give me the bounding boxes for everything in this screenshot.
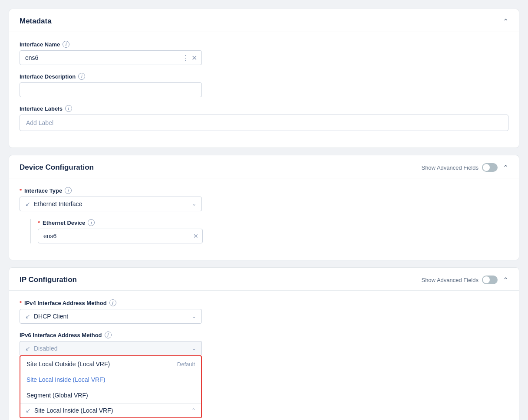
interface-name-input[interactable] [20,51,178,65]
interface-type-group: * Interface Type i ↙ Ethernet Interface … [20,187,508,211]
ipv4-method-select[interactable]: ↙ DHCP Client ⌄ [20,309,202,324]
interface-type-select-left: ↙ Ethernet Interface [25,200,82,207]
metadata-body: Interface Name i ⋮ ✕ Interface Descripti… [9,32,519,148]
ip-config-show-advanced: Show Advanced Fields [421,276,498,284]
ethernet-device-input[interactable] [38,229,203,243]
interface-type-select[interactable]: ↙ Ethernet Interface ⌄ [20,197,202,211]
ipv6-method-dropdown-wrapper: ↙ Disabled ⌄ Site Local Outside (Local V… [20,341,202,418]
ipv6-option-site-local-outside[interactable]: Site Local Outside (Local VRF) Default [20,356,201,372]
ethernet-device-label: * Ethernet Device i [38,219,508,226]
ip-config-body: * IPv4 Interface Address Method i ↙ DHCP… [9,291,519,420]
ip-config-title: IP Configuration [20,276,77,284]
metadata-title: Metadata [20,17,52,26]
device-config-header-right: Show Advanced Fields ⌃ [421,163,508,172]
ip-config-advanced-toggle[interactable] [482,276,498,284]
ipv4-method-select-icon: ↙ [25,313,30,320]
ipv6-disabled-value: Disabled [34,345,57,352]
ipv4-method-select-left: ↙ DHCP Client [25,313,68,320]
ipv6-selected-value: Site Local Inside (Local VRF) [34,407,113,414]
ipv6-method-group: IPv6 Interface Address Method i ↙ Disabl… [20,331,508,418]
metadata-collapse-icon[interactable]: ⌃ [503,17,508,26]
interface-name-edit-icon[interactable]: ⋮ [182,54,189,62]
interface-description-info-icon[interactable]: i [78,73,85,80]
ipv4-method-value: DHCP Client [34,313,68,320]
interface-labels-label: Interface Labels i [20,105,508,112]
ipv4-method-chevron-icon: ⌄ [192,313,196,319]
interface-name-input-icons: ⋮ ✕ [178,54,201,62]
device-config-card: Device Configuration Show Advanced Field… [9,155,519,260]
interface-type-select-icon: ↙ [25,200,30,207]
interface-description-input[interactable] [20,82,202,97]
interface-type-label: * Interface Type i [20,187,508,194]
interface-type-chevron-icon: ⌄ [192,201,196,207]
interface-type-info-icon[interactable]: i [65,187,72,194]
interface-labels-group: Interface Labels i Add Label [20,105,508,131]
device-config-header-left: Device Configuration [20,163,94,172]
device-config-show-advanced-label: Show Advanced Fields [421,164,478,171]
interface-description-group: Interface Description i [20,73,508,97]
interface-name-clear-icon[interactable]: ✕ [191,54,197,62]
metadata-header-right: ⌃ [503,17,508,26]
device-config-body: * Interface Type i ↙ Ethernet Interface … [9,178,519,260]
metadata-header-left: Metadata [20,17,52,26]
device-config-show-advanced: Show Advanced Fields [421,163,498,172]
ethernet-device-group: * Ethernet Device i ✕ [38,219,508,243]
interface-name-input-wrapper: ⋮ ✕ [20,50,202,65]
device-config-header: Device Configuration Show Advanced Field… [9,155,519,178]
interface-labels-info-icon[interactable]: i [65,105,72,112]
ipv6-selected-display[interactable]: ↙ Site Local Inside (Local VRF) ⌃ [20,403,201,417]
metadata-header: Metadata ⌃ [9,9,519,32]
ipv6-disabled-chevron: ⌄ [192,345,196,351]
ethernet-device-clear-icon[interactable]: ✕ [193,233,198,240]
interface-name-label: Interface Name i [20,41,508,48]
device-config-collapse-icon[interactable]: ⌃ [503,164,508,172]
ipv6-dropdown-menu: Site Local Outside (Local VRF) Default S… [20,355,202,418]
ethernet-device-info-icon[interactable]: i [88,219,95,226]
interface-name-info-icon[interactable]: i [63,41,69,48]
ip-config-header-right: Show Advanced Fields ⌃ [421,276,508,284]
ip-config-header: IP Configuration Show Advanced Fields ⌃ [9,268,519,291]
ipv6-method-label: IPv6 Interface Address Method i [20,331,508,338]
ipv4-method-group: * IPv4 Interface Address Method i ↙ DHCP… [20,299,508,324]
device-config-title: Device Configuration [20,163,94,172]
ipv6-option-segment[interactable]: Segment (Global VRF) [20,387,201,403]
page-wrapper: Metadata ⌃ Interface Name i ⋮ ✕ [0,0,528,420]
device-config-advanced-toggle[interactable] [482,163,498,172]
ipv4-method-label: * IPv4 Interface Address Method i [20,299,508,306]
ip-config-header-left: IP Configuration [20,276,77,284]
ipv6-selected-icon: ↙ [26,407,31,414]
ipv6-selected-chevron: ⌃ [191,407,196,413]
ip-config-card: IP Configuration Show Advanced Fields ⌃ … [9,267,519,420]
ipv6-method-info-icon[interactable]: i [105,331,112,338]
ipv4-method-info-icon[interactable]: i [109,299,116,306]
ethernet-device-input-wrapper: ✕ [38,229,203,243]
ip-config-show-advanced-label: Show Advanced Fields [421,277,478,283]
ip-config-collapse-icon[interactable]: ⌃ [503,276,508,284]
ethernet-device-section: * Ethernet Device i ✕ [30,219,508,243]
metadata-card: Metadata ⌃ Interface Name i ⋮ ✕ [9,9,519,148]
ipv6-disabled-icon: ↙ [25,345,30,352]
ipv6-option-site-local-inside[interactable]: Site Local Inside (Local VRF) [20,372,201,387]
interface-labels-input[interactable]: Add Label [20,115,508,131]
interface-name-group: Interface Name i ⋮ ✕ [20,41,508,65]
interface-description-label: Interface Description i [20,73,508,80]
interface-type-value: Ethernet Interface [34,200,82,207]
